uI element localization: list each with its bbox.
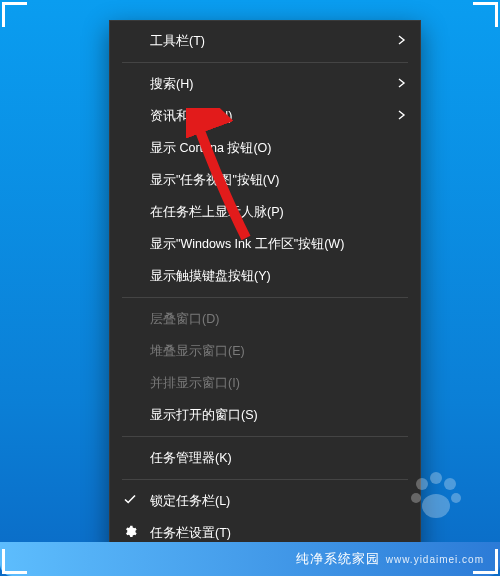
menu-separator xyxy=(122,436,408,437)
menu-item-label: 资讯和兴趣(N) xyxy=(150,108,232,125)
svg-point-5 xyxy=(422,494,450,518)
gear-icon xyxy=(123,525,137,542)
menu-item-label: 任务栏设置(T) xyxy=(150,525,231,542)
chevron-right-icon xyxy=(398,34,406,48)
svg-point-1 xyxy=(430,472,442,484)
svg-point-3 xyxy=(411,493,421,503)
crop-corner-icon xyxy=(473,549,498,574)
menu-item-label: 堆叠显示窗口(E) xyxy=(150,343,245,360)
menu-item-cortana-button[interactable]: 显示 Cortana 按钮(O) xyxy=(110,132,420,164)
watermark-title: 纯净系统家园 xyxy=(296,550,380,568)
menu-item-label: 显示 Cortana 按钮(O) xyxy=(150,140,271,157)
svg-point-4 xyxy=(451,493,461,503)
menu-item-label: 显示"Windows Ink 工作区"按钮(W) xyxy=(150,236,344,253)
menu-item-touch-keyboard[interactable]: 显示触摸键盘按钮(Y) xyxy=(110,260,420,292)
menu-item-news-interests[interactable]: 资讯和兴趣(N) xyxy=(110,100,420,132)
menu-item-windows-ink[interactable]: 显示"Windows Ink 工作区"按钮(W) xyxy=(110,228,420,260)
crop-corner-icon xyxy=(2,2,27,27)
menu-item-label: 锁定任务栏(L) xyxy=(150,493,230,510)
menu-item-search[interactable]: 搜索(H) xyxy=(110,68,420,100)
menu-item-toolbar[interactable]: 工具栏(T) xyxy=(110,25,420,57)
svg-point-0 xyxy=(416,478,428,490)
taskbar-context-menu: 工具栏(T) 搜索(H) 资讯和兴趣(N) 显示 Cortana 按钮(O) 显… xyxy=(109,20,421,554)
menu-item-label: 在任务栏上显示人脉(P) xyxy=(150,204,284,221)
menu-item-label: 并排显示窗口(I) xyxy=(150,375,240,392)
menu-item-cascade-windows: 层叠窗口(D) xyxy=(110,303,420,335)
menu-item-lock-taskbar[interactable]: 锁定任务栏(L) xyxy=(110,485,420,517)
menu-separator xyxy=(122,479,408,480)
menu-item-label: 显示"任务视图"按钮(V) xyxy=(150,172,280,189)
menu-item-side-by-side: 并排显示窗口(I) xyxy=(110,367,420,399)
menu-item-label: 层叠窗口(D) xyxy=(150,311,219,328)
menu-item-label: 显示触摸键盘按钮(Y) xyxy=(150,268,271,285)
crop-corner-icon xyxy=(473,2,498,27)
paw-watermark-icon xyxy=(404,468,464,528)
chevron-right-icon xyxy=(398,77,406,91)
chevron-right-icon xyxy=(398,109,406,123)
menu-item-stack-windows: 堆叠显示窗口(E) xyxy=(110,335,420,367)
menu-item-label: 任务管理器(K) xyxy=(150,450,232,467)
check-icon xyxy=(124,494,136,509)
menu-item-label: 搜索(H) xyxy=(150,76,193,93)
menu-item-show-open-windows[interactable]: 显示打开的窗口(S) xyxy=(110,399,420,431)
svg-point-2 xyxy=(444,478,456,490)
watermark-subtitle: www.yidaimei.com xyxy=(386,554,484,565)
menu-item-task-manager[interactable]: 任务管理器(K) xyxy=(110,442,420,474)
menu-item-label: 工具栏(T) xyxy=(150,33,205,50)
watermark-bar: 纯净系统家园 www.yidaimei.com xyxy=(0,542,500,576)
menu-item-people-on-taskbar[interactable]: 在任务栏上显示人脉(P) xyxy=(110,196,420,228)
menu-item-label: 显示打开的窗口(S) xyxy=(150,407,258,424)
menu-separator xyxy=(122,297,408,298)
menu-separator xyxy=(122,62,408,63)
menu-item-task-view-button[interactable]: 显示"任务视图"按钮(V) xyxy=(110,164,420,196)
crop-corner-icon xyxy=(2,549,27,574)
